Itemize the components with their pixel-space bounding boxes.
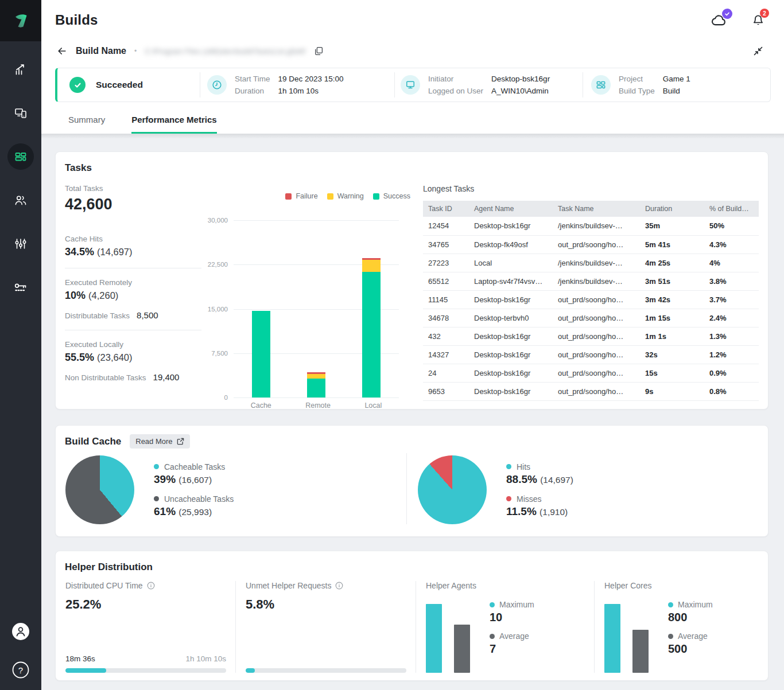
table-row[interactable]: 432Desktop-bsk16grout_prd/soong/ho…1m 1s… [423,327,759,345]
tab-bar: Summary Performance Metrics [41,115,784,134]
helper-cores-bar-maximum [604,604,620,673]
cloud-status-button[interactable] [711,13,728,28]
user-avatar[interactable] [10,621,31,642]
table-row[interactable]: 11145Desktop-bsk16grout_prd/soong/ho…3m … [423,290,759,309]
table-row[interactable]: 27223Local/jenkins/buildsev-…4m 25s4% [423,254,759,272]
total-tasks-label: Total Tasks [65,184,201,193]
start-time-label: Start Time [235,73,270,85]
sidebar-item-analytics[interactable] [7,56,34,83]
failure-legend-swatch [285,193,292,200]
cell-agent-name: Local [469,254,553,272]
monitor-icon [401,75,420,95]
separator-dot: • [134,47,137,55]
build-name-label: Build Name [76,46,126,56]
cell-agent-name: Desktop-fk49osf [469,235,553,254]
sidebar-item-license[interactable] [7,274,34,301]
cell-pct-of-build: 3.7% [704,290,759,309]
cacheable-pct: 39% [154,473,176,485]
sidebar-item-users[interactable] [7,187,34,213]
sidebar-item-settings[interactable] [7,231,34,257]
col-agent-name: Agent Name [469,201,553,217]
cell-agent-name: Desktop-bsk16gr [469,364,553,382]
cell-duration: 3m 51s [640,272,704,290]
sidebar-item-agents[interactable] [7,100,34,126]
hits-count: (14,697) [540,475,573,485]
cell-duration: 5m 41s [640,235,704,254]
status-label: Succeeded [96,80,143,90]
cpu-elapsed: 18m 36s [65,654,95,663]
tasks-card: Tasks Total Tasks 42,600 Cache Hits 34.5… [55,151,769,410]
helper-cores-section: Helper Cores Maximum 800 Average 500 [595,581,759,673]
unmet-progress-bar [246,668,406,673]
helper-distribution-title: Helper Distribution [65,562,759,573]
cores-avg-value: 500 [668,642,713,656]
app-logo[interactable] [0,0,41,41]
cores-avg-label: Average [678,631,708,641]
build-cache-title: Build Cache [65,436,121,447]
uncacheable-count: (25,993) [178,507,212,517]
bar-cache [252,311,270,397]
duration-value: 1h 10m 10s [278,85,344,97]
svg-text:?: ? [18,665,23,675]
table-row[interactable]: 12454Desktop-bsk16gr/jenkins/buildsev-…3… [423,217,759,235]
stacked-bar-plot [234,220,399,397]
y-tick-label: 7,500 [211,350,228,357]
help-button[interactable]: ? [11,660,30,680]
cell-task-id: 34765 [423,235,469,254]
col-pct-of-build: % of Build… [704,201,759,217]
bar-segment-warning [307,374,325,379]
collapse-panel-button[interactable] [753,46,763,56]
uncacheable-dot [154,496,159,501]
table-row[interactable]: 34765Desktop-fk49osfout_prd/soong/ho…5m … [423,235,759,254]
col-duration: Duration [640,201,704,217]
helper-cores-label: Helper Cores [604,581,651,590]
table-row[interactable]: 34678Desktop-terbvh0out_prd/soong/ho…1m … [423,309,759,327]
table-row[interactable]: 24Desktop-bsk16grout_prd/soong/ho…15s0.9… [423,364,759,382]
read-more-button[interactable]: Read More [130,434,189,449]
initiator-value: Desktop-bsk16gr [491,73,550,85]
cell-task-name: /jenkins/buildsev-… [553,217,640,235]
copy-path-button[interactable] [313,46,324,56]
max-dot [668,602,673,607]
tasks-stats: Total Tasks 42,600 Cache Hits 34.5% (14,… [65,174,201,410]
table-row[interactable]: 14327Desktop-bsk16grout_prd/soong/ho…32s… [423,345,759,364]
bar-segment-warning [362,260,381,272]
cell-agent-name: Laptop-sv4r7f4vsv… [469,272,553,290]
chart-legend: Failure Warning Success [201,191,410,201]
cores-avg-legend: Average 500 [668,631,713,656]
cell-task-name: out_prd/soong/ho… [553,382,640,400]
success-legend-label: Success [383,192,410,200]
project-label: Project [619,73,655,85]
notifications-button[interactable]: 2 [751,12,766,28]
cell-pct-of-build: 1.2% [704,345,759,364]
cell-task-name: out_prd/soong/ho… [553,327,640,345]
agents-avg-label: Average [499,631,529,641]
project-value: Game 1 [663,73,690,85]
cell-task-id: 9653 [423,382,469,400]
cloud-check-badge [722,9,732,19]
back-button[interactable] [56,45,68,57]
info-icon[interactable] [335,582,343,590]
cache-hits-pct: 34.5% [65,246,94,258]
hits-legend: Hits 88.5% (14,697) [506,462,573,486]
tab-summary[interactable]: Summary [68,115,105,134]
cell-duration: 35m [640,217,704,235]
sidebar-item-builds[interactable] [7,143,34,170]
table-row[interactable]: 65512Laptop-sv4r7f4vsv…/jenkins/buildsev… [423,272,759,290]
project-grid-icon [591,75,611,95]
misses-dot [506,496,511,501]
tab-performance-metrics[interactable]: Performance Metrics [131,115,216,134]
content: Tasks Total Tasks 42,600 Cache Hits 34.5… [41,139,784,688]
cell-task-name: /jenkins/buildsev-… [553,254,640,272]
cell-task-id: 27223 [423,254,469,272]
cell-task-name: /jenkins/buildsev-… [553,272,640,290]
table-row[interactable]: 9653Desktop-bsk16grout_prd/soong/ho…9s0.… [423,382,759,400]
unmet-requests-label: Unmet Helper Requests [246,581,331,590]
topbar: Builds 2 [41,0,784,134]
info-icon[interactable] [147,582,155,590]
help-icon: ? [11,660,30,680]
hits-dot [506,464,511,469]
notification-count-badge: 2 [760,9,769,18]
cacheable-dot [154,464,159,469]
cell-task-name: out_prd/soong/ho… [553,364,640,382]
